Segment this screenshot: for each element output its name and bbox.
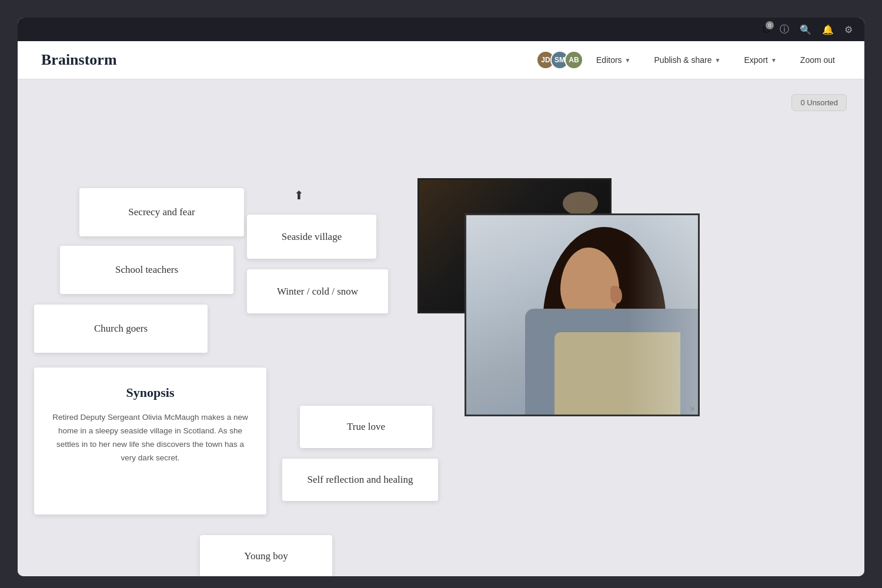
- search-icon[interactable]: 🔍: [800, 24, 811, 35]
- unsorted-badge[interactable]: 0 Unsorted: [791, 94, 847, 111]
- card-church-goers-text: Church goers: [94, 323, 148, 335]
- editors-label: Editors: [596, 55, 622, 65]
- card-true-love[interactable]: True love: [300, 406, 432, 448]
- card-winter-cold-snow-text: Winter / cold / snow: [277, 286, 358, 298]
- system-bar: □ 0 ⓘ 🔍 🔔 ⚙: [18, 18, 864, 41]
- avatar-group: JD SM AB: [536, 51, 579, 69]
- card-winter-cold-snow[interactable]: Winter / cold / snow: [247, 269, 388, 313]
- card-secrecy-and-fear-text: Secrecy and fear: [128, 206, 195, 218]
- canvas-area: 0 Unsorted Secrecy and fear School teach…: [18, 79, 864, 576]
- portrait-bg: ⇲: [466, 215, 698, 415]
- zoom-out-label: Zoom out: [800, 55, 835, 65]
- card-secrecy-and-fear[interactable]: Secrecy and fear: [79, 188, 244, 236]
- card-seaside-village-text: Seaside village: [282, 231, 342, 243]
- card-true-love-text: True love: [347, 421, 385, 433]
- notification-icon[interactable]: 🔔: [822, 24, 834, 35]
- front-image: ⇲: [465, 213, 700, 416]
- card-church-goers[interactable]: Church goers: [34, 305, 208, 353]
- clipboard-badge: 0: [766, 21, 774, 29]
- card-school-teachers-text: School teachers: [115, 264, 178, 276]
- card-school-teachers[interactable]: School teachers: [60, 246, 233, 294]
- card-self-reflection[interactable]: Self reflection and healing: [282, 459, 438, 501]
- help-icon[interactable]: ⓘ: [780, 24, 789, 36]
- export-label: Export: [744, 55, 767, 65]
- back-image-hand: [563, 192, 598, 215]
- card-young-boy[interactable]: Young boy: [200, 535, 332, 576]
- avatar-3: AB: [564, 51, 583, 69]
- resize-handle-icon: ⇲: [689, 405, 694, 412]
- publish-share-label: Publish & share: [654, 55, 712, 65]
- synopsis-body: Retired Deputy Sergeant Olivia McMaugh m…: [51, 411, 250, 465]
- editors-chevron: ▼: [625, 57, 631, 64]
- zoom-out-button[interactable]: Zoom out: [794, 52, 841, 68]
- card-self-reflection-text: Self reflection and healing: [308, 474, 413, 486]
- cursor: ⬆: [294, 188, 304, 202]
- synopsis-card[interactable]: Synopsis Retired Deputy Sergeant Olivia …: [34, 368, 266, 514]
- app-window: □ 0 ⓘ 🔍 🔔 ⚙ Brainstorm JD SM AB Editors …: [18, 18, 864, 576]
- export-chevron: ▼: [771, 57, 777, 64]
- publish-chevron: ▼: [715, 57, 721, 64]
- settings-icon[interactable]: ⚙: [844, 24, 853, 35]
- app-title: Brainstorm: [41, 51, 117, 69]
- header: Brainstorm JD SM AB Editors ▼ Publish & …: [18, 41, 864, 79]
- editors-button[interactable]: Editors ▼: [590, 52, 636, 68]
- publish-share-button[interactable]: Publish & share ▼: [649, 52, 727, 68]
- card-young-boy-text: Young boy: [244, 550, 288, 562]
- clipboard-icon-wrapper[interactable]: □ 0: [763, 24, 769, 35]
- synopsis-title: Synopsis: [51, 385, 250, 400]
- card-seaside-village[interactable]: Seaside village: [247, 215, 376, 259]
- unsorted-label: 0 Unsorted: [800, 98, 838, 107]
- portrait-light: [627, 215, 698, 415]
- export-button[interactable]: Export ▼: [738, 52, 782, 68]
- header-right: JD SM AB Editors ▼ Publish & share ▼ Exp…: [536, 51, 841, 69]
